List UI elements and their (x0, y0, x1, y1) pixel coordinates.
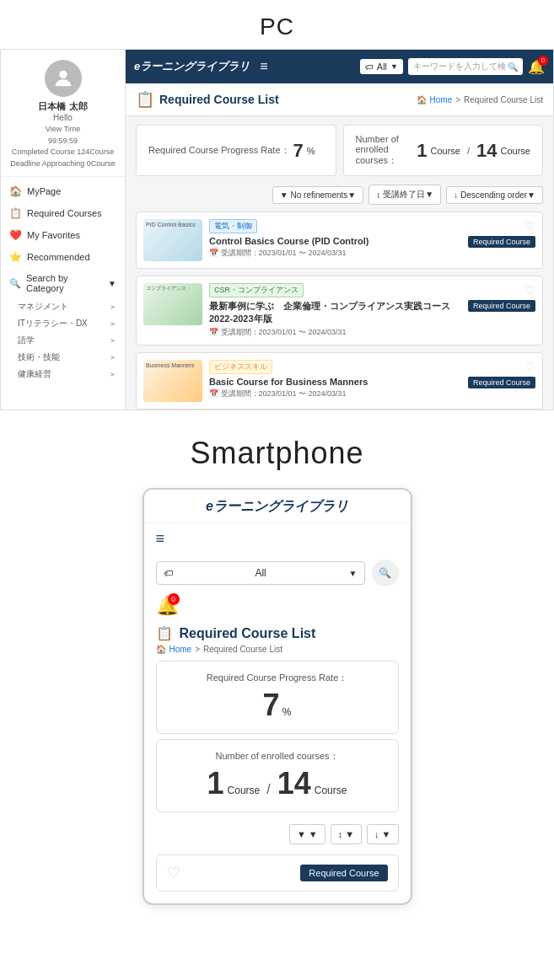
course-thumbnail: Business Manners (143, 360, 202, 402)
phone-notification-area: 🔔 0 (144, 592, 191, 619)
book-icon: 📋 (9, 207, 22, 219)
star-icon: ⭐ (9, 251, 22, 263)
pc-header: eラーニングライブラリ ≡ 🏷 All ▼ キーワードを入力して検 🔍 🔔 0 (126, 50, 553, 83)
course-info: ビジネススキル Basic Course for Business Manner… (209, 360, 461, 399)
phone-category-select[interactable]: 🏷 All ▼ (156, 561, 365, 585)
chevron-right-icon: ＞ (109, 352, 116, 363)
chevron-right-icon: ＞ (109, 369, 116, 380)
phone-enrolled-count: 1 (207, 766, 224, 801)
hamburger-icon[interactable]: ≡ (260, 59, 267, 74)
phone-hamburger-icon[interactable]: ≡ (156, 530, 165, 547)
search-nav-icon: 🔍 (9, 278, 21, 289)
phone-bell-badge: 0 (168, 593, 180, 605)
sidebar-item-language[interactable]: 語学 ＞ (1, 332, 125, 349)
course-actions: ♡ Required Course (468, 219, 535, 248)
sidebar-item-recommended[interactable]: ⭐ Recommended (1, 246, 125, 268)
content-header: 📋 Required Course List 🏠 Home > Required… (126, 83, 553, 116)
sidebar-item-mypage[interactable]: 🏠 MyPage (1, 180, 125, 202)
course-title[interactable]: Basic Course for Business Manners (209, 377, 461, 387)
course-thumbnail: コンプライアンス (143, 283, 202, 325)
phone-progress-stat: Required Course Progress Rate： 7 % (156, 661, 399, 734)
refine-filter[interactable]: ▼ No refinements▼ (272, 186, 364, 204)
svg-point-0 (59, 71, 67, 78)
course-title[interactable]: 最新事例に学ぶ 企業倫理・コンプライアンス実践コース 2022-2023年版 (209, 300, 461, 325)
heart-nav-icon: ❤️ (9, 229, 22, 241)
phone-filter-row: ▼ ▼ ↕ ▼ ↓ ▼ (144, 819, 411, 849)
phone-enrolled-label: Number of enrolled courses： (169, 750, 386, 763)
enrolled-total: 14 (476, 140, 497, 162)
breadcrumb-current: Required Course List (464, 95, 543, 104)
breadcrumb: 🏠 Home > Required Course List (417, 95, 543, 104)
course-actions: ♡ Required Course (468, 360, 535, 388)
filter-row: ▼ No refinements▼ ↕ 受講終了日▼ ↓ Descending … (126, 185, 553, 212)
phone-stats: Required Course Progress Rate： 7 % Numbe… (144, 661, 411, 819)
header-right: 🏷 All ▼ キーワードを入力して検 🔍 🔔 0 (360, 58, 545, 75)
notification-bell[interactable]: 🔔 0 (528, 59, 545, 75)
sort-date-filter[interactable]: ↕ 受講終了日▼ (368, 185, 441, 205)
search-input[interactable]: キーワードを入力して検 🔍 (408, 58, 523, 75)
phone-home-icon: 🏠 (156, 645, 166, 654)
main-content: eラーニングライブラリ ≡ 🏷 All ▼ キーワードを入力して検 🔍 🔔 0 (126, 50, 553, 410)
course-date: 受講期間：2023/01/01 〜 2024/03/31 (209, 327, 461, 338)
chevron-down-icon: ▼ (108, 279, 116, 288)
sidebar-item-management[interactable]: マネジメント ＞ (1, 298, 125, 315)
sidebar-item-it[interactable]: ITリテラシー・DX ＞ (1, 315, 125, 332)
list-item: PID Control Basics 電気・制御 Control Basics … (136, 212, 543, 269)
smartphone-section: eラーニングライブラリ ≡ 🏷 All ▼ 🔍 🔔 0 📋 Required C… (0, 488, 554, 922)
sort-order-filter[interactable]: ↓ Descending order▼ (446, 186, 543, 204)
favorite-icon[interactable]: ♡ (524, 219, 535, 233)
course-list: PID Control Basics 電気・制御 Control Basics … (126, 212, 553, 410)
user-icon (51, 67, 75, 90)
phone-search-button[interactable]: 🔍 (372, 560, 399, 586)
phone-sort1-filter[interactable]: ↕ ▼ (331, 824, 362, 844)
select-chevron-icon: ▼ (349, 569, 358, 578)
phone-favorite-icon[interactable]: ♡ (167, 864, 180, 882)
progress-stat: Required Course Progress Rate： 7 % (136, 125, 336, 176)
favorite-icon[interactable]: ♡ (524, 360, 535, 373)
sidebar-item-required[interactable]: 📋 Required Courses (1, 202, 125, 224)
phone-breadcrumb-current: Required Course List (203, 645, 282, 654)
sidebar-item-category[interactable]: 🔍 Search by Category ▼ (1, 268, 125, 298)
phone-sort2-filter[interactable]: ↓ ▼ (367, 824, 398, 844)
required-badge: Required Course (468, 300, 535, 312)
chevron-right-icon: ＞ (109, 319, 116, 329)
pc-layout: 日本橋 太郎 Hello View Time 99:59:59 Complete… (0, 49, 554, 410)
smartphone-section-title: Smartphone (0, 410, 554, 488)
sidebar-item-skills[interactable]: 技術・技能 ＞ (1, 349, 125, 366)
breadcrumb-home[interactable]: Home (430, 95, 453, 104)
phone-breadcrumb-home[interactable]: Home (169, 645, 192, 654)
sidebar-item-favorites[interactable]: ❤️ My Favorites (1, 224, 125, 246)
phone-sort1-icon: ↕ (338, 829, 343, 839)
phone-enrolled-stat: Number of enrolled courses： 1 Course / 1… (156, 739, 399, 812)
home-icon: 🏠 (9, 185, 22, 197)
favorite-icon[interactable]: ♡ (524, 283, 535, 297)
user-hello: Hello (53, 113, 73, 122)
phone-course-preview: ♡ Required Course (156, 854, 399, 892)
avatar (45, 60, 82, 97)
order-icon: ↓ (454, 190, 458, 200)
course-tag: ビジネススキル (209, 360, 272, 374)
user-info: View Time 99:59:59 Completed Course 124C… (10, 124, 116, 169)
course-tag: 電気・制御 (209, 219, 257, 233)
course-title[interactable]: Control Basics Course (PID Control) (209, 236, 461, 246)
course-date: 受講期間：2023/01/01 〜 2024/03/31 (209, 248, 461, 259)
sidebar-item-health[interactable]: 健康経営 ＞ (1, 366, 125, 383)
phone-refine-filter[interactable]: ▼ ▼ (289, 824, 325, 844)
progress-unit: % (307, 146, 315, 156)
required-badge: Required Course (468, 236, 535, 248)
header-logo: eラーニングライブラリ (134, 59, 250, 74)
course-date: 受講期間：2023/01/01 〜 2024/03/31 (209, 388, 461, 399)
course-info: CSR・コンプライアンス 最新事例に学ぶ 企業倫理・コンプライアンス実践コース … (209, 283, 461, 338)
phone-progress-unit: % (282, 706, 292, 718)
course-actions: ♡ Required Course (468, 283, 535, 312)
phone-progress-label: Required Course Progress Rate： (169, 672, 386, 684)
phone-filter-icon: ▼ (297, 829, 306, 839)
phone-frame: eラーニングライブラリ ≡ 🏷 All ▼ 🔍 🔔 0 📋 Required C… (143, 488, 412, 905)
category-select[interactable]: 🏷 All ▼ (360, 59, 403, 74)
phone-header: eラーニングライブラリ (144, 490, 411, 523)
list-item: コンプライアンス CSR・コンプライアンス 最新事例に学ぶ 企業倫理・コンプライ… (136, 276, 543, 345)
required-badge: Required Course (468, 377, 535, 388)
chevron-right-icon: ＞ (109, 302, 116, 313)
course-thumbnail: PID Control Basics (143, 219, 202, 261)
search-icon: 🔍 (379, 567, 391, 579)
